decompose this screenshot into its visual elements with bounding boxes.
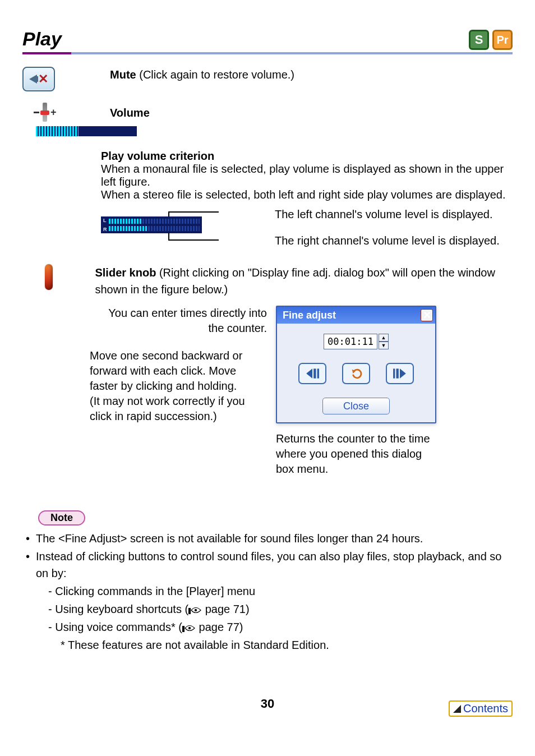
step-forward-button[interactable] <box>386 363 414 384</box>
annotation-enter-time: You can enter times directly into the co… <box>90 306 267 336</box>
svg-point-7 <box>188 627 191 629</box>
page-ref-icon <box>182 624 196 633</box>
left-channel-label: The left channel's volume level is displ… <box>275 208 500 221</box>
svg-rect-4 <box>188 608 191 614</box>
svg-rect-6 <box>182 626 185 632</box>
close-icon: ✕ <box>423 310 431 320</box>
step-back-button[interactable] <box>298 363 326 384</box>
edition-badges: S Pr <box>469 30 513 50</box>
contents-link[interactable]: Contents <box>449 700 513 717</box>
step-back-icon <box>305 367 320 380</box>
mute-desc: (Click again to restore volume.) <box>136 68 294 81</box>
pvc-para-1: When a monaural file is selected, play v… <box>101 163 513 188</box>
fine-adjust-dialog: Fine adjust ✕ ▲ ▼ <box>276 306 436 423</box>
note-item-1: The <Fine Adjust> screen is not availabl… <box>25 530 513 547</box>
reset-counter-button[interactable] <box>342 363 370 384</box>
contents-label: Contents <box>463 702 508 715</box>
play-volume-criterion-heading: Play volume criterion <box>101 150 513 163</box>
counter-step-down-button[interactable]: ▼ <box>379 342 389 349</box>
mute-x-icon: ✕ <box>38 72 48 86</box>
counter-step-up-button[interactable]: ▲ <box>379 334 389 342</box>
header-divider <box>22 52 513 54</box>
return-icon <box>453 705 461 713</box>
right-channel-label: The right channel's volume level is disp… <box>275 234 500 247</box>
badge-pro-icon: Pr <box>492 30 513 50</box>
note-footnote: * These features are not available in St… <box>61 637 513 653</box>
svg-rect-1 <box>317 368 319 378</box>
mono-level-meter-icon <box>36 126 137 136</box>
volume-slider-icon[interactable]: + <box>34 103 57 122</box>
page-ref-icon <box>188 606 202 615</box>
volume-label: Volume <box>110 107 150 119</box>
svg-rect-3 <box>396 368 399 378</box>
stereo-level-meter-icon: L R <box>101 216 202 233</box>
note-sub-3: - Using voice commands* ( page 77) <box>48 619 513 635</box>
pvc-para-2: When a stereo file is selected, both lef… <box>101 188 513 201</box>
svg-rect-2 <box>393 368 395 378</box>
undo-icon <box>349 367 363 380</box>
step-forward-icon <box>393 367 407 380</box>
note-sub-2: - Using keyboard shortcuts ( page 71) <box>48 601 513 617</box>
slider-knob-label: Slider knob <box>95 266 156 279</box>
annotation-move: Move one second backward or forward with… <box>90 348 267 424</box>
svg-rect-0 <box>313 368 316 378</box>
badge-standard-icon: S <box>469 30 489 50</box>
mute-label: Mute <box>110 68 136 81</box>
fine-adjust-close-button[interactable]: Close <box>322 398 390 414</box>
svg-point-5 <box>195 609 197 611</box>
slider-knob-icon[interactable] <box>45 264 53 290</box>
page-title: Play <box>22 28 62 50</box>
note-badge: Note <box>38 510 85 525</box>
fine-adjust-title: Fine adjust <box>283 310 336 321</box>
speaker-icon <box>29 75 37 84</box>
counter-input[interactable] <box>324 334 377 349</box>
annotation-reset: Returns the counter to the time where yo… <box>276 431 433 477</box>
note-sub-1: - Clicking commands in the [Player] menu <box>48 583 513 600</box>
note-item-2: Instead of clicking buttons to control s… <box>25 548 513 653</box>
mute-button[interactable]: ✕ <box>22 67 55 91</box>
dialog-close-button[interactable]: ✕ <box>421 309 433 321</box>
